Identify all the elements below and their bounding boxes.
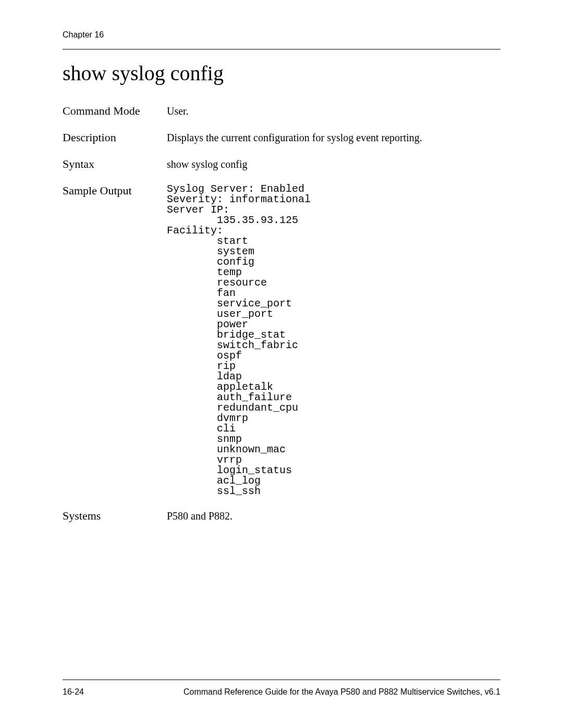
label-command-mode: Command Mode [63,104,167,118]
label-description: Description [63,131,167,144]
value-syntax: show syslog config [167,157,500,171]
value-command-mode: User. [167,104,500,118]
page: Chapter 16 show syslog config Command Mo… [0,0,563,728]
chapter-header: Chapter 16 [63,30,500,40]
footer-line: 16-24 Command Reference Guide for the Av… [63,687,500,697]
header-rule [63,49,500,50]
footer-doc-title: Command Reference Guide for the Avaya P5… [183,687,500,697]
label-sample-output: Sample Output [63,184,167,198]
row-sample-output: Sample Output Syslog Server: Enabled Sev… [63,184,500,497]
row-description: Description Displays the current configu… [63,131,500,145]
sample-output-block: Syslog Server: Enabled Severity: informa… [167,184,500,497]
label-syntax: Syntax [63,157,167,171]
row-systems: Systems P580 and P882. [63,509,500,523]
page-footer: 16-24 Command Reference Guide for the Av… [63,680,500,697]
value-systems: P580 and P882. [167,509,500,523]
footer-rule [63,680,500,680]
page-title: show syslog config [63,61,500,85]
value-description: Displays the current configuration for s… [167,131,500,145]
row-syntax: Syntax show syslog config [63,157,500,171]
row-command-mode: Command Mode User. [63,104,500,118]
label-systems: Systems [63,509,167,523]
footer-page-number: 16-24 [63,687,84,697]
value-sample-output: Syslog Server: Enabled Severity: informa… [167,184,500,497]
